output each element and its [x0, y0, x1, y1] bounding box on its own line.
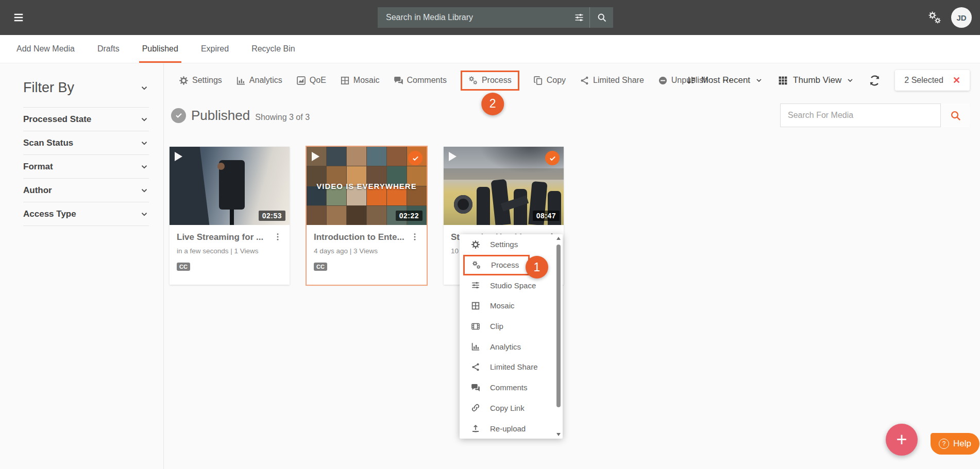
menu-item-label: Settings: [490, 240, 518, 249]
scrollbar-track[interactable]: [556, 241, 561, 431]
play-icon: [175, 152, 182, 161]
clear-selection-button[interactable]: ✕: [953, 76, 960, 85]
filter-section-label: Author: [23, 185, 52, 196]
media-search-button[interactable]: [941, 103, 970, 127]
filter-by-title: Filter By: [23, 80, 74, 96]
analytics-label: Analytics: [249, 76, 282, 85]
kebab-menu-button[interactable]: [410, 232, 419, 241]
annotation-step-1-badge: 1: [526, 256, 548, 279]
menu-item-label: Clip: [490, 322, 503, 331]
annotation-step-2-badge: 2: [481, 93, 504, 115]
comments-icon: [471, 383, 480, 392]
video-thumbnail[interactable]: VIDEO IS EVERYWHERE 02:22: [307, 147, 427, 225]
film-clip-icon: [471, 322, 480, 331]
gear-icon: [179, 76, 189, 85]
sort-dropdown[interactable]: Most Recent: [686, 75, 763, 86]
check-icon: [412, 154, 419, 162]
admin-settings-button[interactable]: [928, 11, 942, 25]
menu-item-settings[interactable]: Settings: [460, 234, 563, 255]
media-card: 02:53 Live Streaming for ... in a few se…: [170, 147, 290, 285]
help-button[interactable]: ? Help: [931, 433, 979, 455]
analytics-button[interactable]: Analytics: [236, 76, 282, 85]
menu-item-studio-space[interactable]: Studio Space: [460, 275, 563, 296]
duration-badge: 08:47: [533, 211, 560, 221]
listing-heading-row: Published Showing 3 of 3: [171, 103, 970, 128]
filter-section-author[interactable]: Author: [23, 179, 149, 202]
menu-item-label: Copy Link: [490, 404, 525, 412]
tune-icon: [574, 12, 584, 23]
settings-button[interactable]: Settings: [179, 76, 222, 85]
filter-section-format[interactable]: Format: [23, 155, 149, 179]
thumbnail-art: [454, 195, 472, 214]
avatar[interactable]: JD: [951, 7, 972, 28]
refresh-button[interactable]: [869, 75, 881, 86]
duration-badge: 02:53: [259, 211, 285, 221]
filter-section-processed-state[interactable]: Processed State: [23, 108, 149, 131]
menu-item-re-upload[interactable]: Re-upload: [460, 418, 563, 439]
page-title: Published: [191, 108, 250, 124]
share-icon: [471, 362, 480, 372]
limited-share-label: Limited Share: [593, 76, 644, 85]
qoe-button[interactable]: QoE: [296, 76, 326, 85]
scrollbar-thumb[interactable]: [556, 245, 561, 407]
limited-share-button[interactable]: Limited Share: [580, 76, 644, 85]
add-media-fab[interactable]: +: [886, 424, 918, 456]
menu-item-label: Re-upload: [490, 424, 526, 433]
menu-item-copy-link[interactable]: Copy Link: [460, 398, 563, 419]
kebab-menu-button[interactable]: [273, 232, 282, 241]
hamburger-menu-icon[interactable]: [12, 12, 25, 23]
chevron-down-icon: [846, 76, 854, 84]
block-icon: [658, 76, 668, 85]
gear-icon: [471, 240, 480, 249]
chevron-down-icon: [140, 83, 149, 93]
selected-check-badge[interactable]: [545, 151, 560, 165]
tab-drafts[interactable]: Drafts: [97, 35, 120, 63]
search-filter-button[interactable]: [569, 7, 589, 28]
grid-view-icon: [778, 75, 788, 86]
search-submit-button[interactable]: [589, 7, 613, 28]
video-thumbnail[interactable]: 08:47: [444, 147, 564, 225]
global-search-input[interactable]: [378, 13, 569, 22]
menu-item-analytics[interactable]: Analytics: [460, 336, 563, 357]
menu-item-comments[interactable]: Comments: [460, 377, 563, 398]
media-card: VIDEO IS EVERYWHERE 02:22 Introduction t…: [307, 147, 427, 285]
cc-badge: CC: [177, 263, 190, 271]
thumbnail-art: [219, 160, 245, 210]
video-thumbnail[interactable]: 02:53: [170, 147, 290, 225]
filter-section-scan-status[interactable]: Scan Status: [23, 131, 149, 155]
share-icon: [580, 76, 589, 85]
media-title[interactable]: Introduction to Ente...: [314, 232, 404, 242]
media-search-input[interactable]: [780, 103, 941, 127]
filter-by-header[interactable]: Filter By: [23, 80, 149, 108]
selection-counter: 2 Selected ✕: [895, 70, 970, 91]
filter-section-access-type[interactable]: Access Type: [23, 202, 149, 226]
menu-item-clip[interactable]: Clip: [460, 316, 563, 337]
selected-check-badge[interactable]: [408, 151, 423, 165]
scroll-down-arrow-icon[interactable]: [556, 433, 561, 436]
menu-item-limited-share[interactable]: Limited Share: [460, 357, 563, 377]
grid-icon: [340, 76, 350, 85]
tab-published[interactable]: Published: [142, 35, 178, 63]
process-button[interactable]: Process 2: [461, 71, 519, 91]
settings-label: Settings: [192, 76, 222, 85]
media-title[interactable]: Live Streaming for ...: [177, 232, 263, 242]
copy-button[interactable]: Copy: [533, 76, 566, 85]
bulk-action-toolbar: Settings Analytics QoE Mosaic Comments P…: [179, 68, 732, 93]
search-icon: [597, 12, 607, 23]
tab-expired[interactable]: Expired: [201, 35, 229, 63]
mosaic-label: Mosaic: [353, 76, 380, 85]
question-icon: ?: [939, 439, 949, 449]
scroll-up-arrow-icon[interactable]: [556, 237, 561, 240]
view-dropdown[interactable]: Thumb View: [778, 75, 854, 86]
bar-chart-icon: [471, 342, 480, 351]
menu-item-mosaic[interactable]: Mosaic: [460, 296, 563, 316]
menu-item-label: Limited Share: [490, 362, 538, 371]
comments-icon: [394, 76, 403, 85]
tab-recycle-bin[interactable]: Recycle Bin: [251, 35, 295, 63]
mosaic-button[interactable]: Mosaic: [340, 76, 380, 85]
view-label: Thumb View: [793, 75, 841, 85]
tab-add-new-media[interactable]: Add New Media: [16, 35, 75, 63]
comments-label: Comments: [407, 76, 447, 85]
comments-button[interactable]: Comments: [394, 76, 447, 85]
area-chart-icon: [296, 76, 306, 85]
